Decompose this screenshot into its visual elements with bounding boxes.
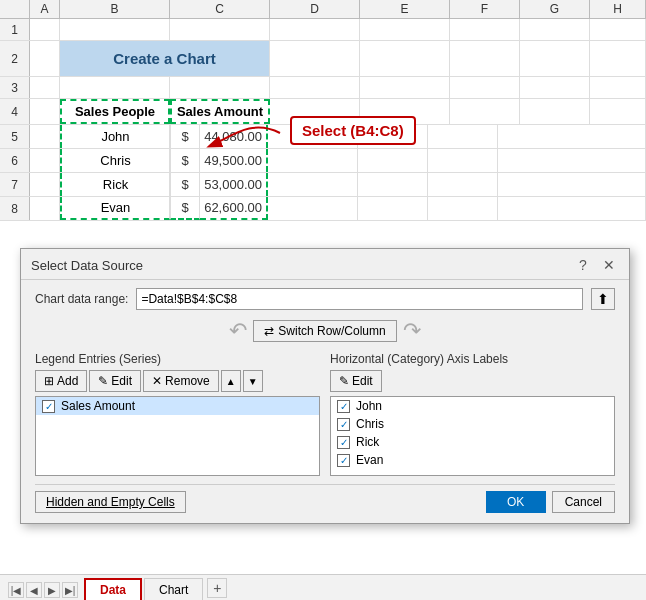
cell-6f bbox=[358, 149, 428, 172]
cell-8f bbox=[358, 197, 428, 220]
footer-left: Hidden and Empty Cells bbox=[35, 491, 186, 513]
cell-5c-dollar: $ bbox=[170, 125, 200, 148]
help-button[interactable]: ? bbox=[573, 255, 593, 275]
cell-6h bbox=[498, 149, 646, 172]
row-num-2: 2 bbox=[0, 41, 30, 76]
cell-4h bbox=[590, 99, 646, 124]
row-1: 1 bbox=[0, 19, 646, 41]
col-header-f: F bbox=[450, 0, 520, 18]
remove-icon: ✕ bbox=[152, 374, 162, 388]
axis-list: John Chris Rick Evan bbox=[330, 396, 615, 476]
cell-3g bbox=[520, 77, 590, 98]
cell-1h bbox=[590, 19, 646, 40]
row-8: 8 Evan $ 62,600.00 bbox=[0, 197, 646, 221]
close-button[interactable]: ✕ bbox=[599, 255, 619, 275]
select-annotation: Select (B4:C8) bbox=[290, 116, 416, 145]
cell-7c-amount: 53,000.00 bbox=[200, 173, 268, 196]
axis-checkbox-rick[interactable] bbox=[337, 436, 350, 449]
axis-item-evan-label: Evan bbox=[356, 453, 383, 467]
cell-1a bbox=[30, 19, 60, 40]
axis-item-john[interactable]: John bbox=[331, 397, 614, 415]
cell-1e bbox=[360, 19, 450, 40]
move-up-button[interactable]: ▲ bbox=[221, 370, 241, 392]
cell-2e bbox=[360, 41, 450, 76]
row-num-3: 3 bbox=[0, 77, 30, 98]
add-sheet-button[interactable]: + bbox=[207, 578, 227, 598]
tab-last-arrow[interactable]: ▶| bbox=[62, 582, 78, 598]
arrow-right-icon: ↷ bbox=[403, 318, 421, 344]
hidden-empty-cells-button[interactable]: Hidden and Empty Cells bbox=[35, 491, 186, 513]
legend-item-sales-amount[interactable]: Sales Amount bbox=[36, 397, 319, 415]
axis-checkbox-john[interactable] bbox=[337, 400, 350, 413]
edit-series-button[interactable]: ✎ Edit bbox=[89, 370, 141, 392]
cell-5b: John bbox=[60, 125, 170, 148]
legend-entries-section: Legend Entries (Series) ⊞ Add ✎ Edit ✕ R… bbox=[35, 352, 320, 476]
cell-8h bbox=[498, 197, 646, 220]
row-num-5: 5 bbox=[0, 125, 30, 148]
range-input[interactable] bbox=[136, 288, 583, 310]
cell-7h bbox=[498, 173, 646, 196]
edit-series-label: Edit bbox=[111, 374, 132, 388]
switch-label: Switch Row/Column bbox=[278, 324, 385, 338]
legend-list: Sales Amount bbox=[35, 396, 320, 476]
tab-chart[interactable]: Chart bbox=[144, 578, 203, 600]
axis-checkbox-evan[interactable] bbox=[337, 454, 350, 467]
switch-row-column-button[interactable]: ⇄ Switch Row/Column bbox=[253, 320, 396, 342]
cell-1g bbox=[520, 19, 590, 40]
range-collapse-button[interactable]: ⬆ bbox=[591, 288, 615, 310]
cell-4g bbox=[520, 99, 590, 124]
modal-dialog: Select Data Source ? ✕ Chart data range:… bbox=[20, 248, 630, 524]
add-button[interactable]: ⊞ Add bbox=[35, 370, 87, 392]
col-header-c: C bbox=[170, 0, 270, 18]
move-down-button[interactable]: ▼ bbox=[243, 370, 263, 392]
remove-button[interactable]: ✕ Remove bbox=[143, 370, 219, 392]
cell-2g bbox=[520, 41, 590, 76]
select-annotation-label: Select (B4:C8) bbox=[302, 122, 404, 139]
cell-2b-title: Create a Chart bbox=[60, 41, 270, 76]
tab-first-arrow[interactable]: |◀ bbox=[8, 582, 24, 598]
cell-4a bbox=[30, 99, 60, 124]
axis-item-rick[interactable]: Rick bbox=[331, 433, 614, 451]
axis-checkbox-chris[interactable] bbox=[337, 418, 350, 431]
edit-series-icon: ✎ bbox=[98, 374, 108, 388]
tab-data-label: Data bbox=[100, 583, 126, 597]
cell-8c-dollar: $ bbox=[170, 197, 200, 220]
cell-8e bbox=[268, 197, 358, 220]
cell-3a bbox=[30, 77, 60, 98]
cell-2d bbox=[270, 41, 360, 76]
ok-button[interactable]: OK bbox=[486, 491, 546, 513]
axis-item-chris[interactable]: Chris bbox=[331, 415, 614, 433]
spreadsheet: A B C D E F G H 1 2 Create a Chart 3 bbox=[0, 0, 646, 221]
collapse-icon: ⬆ bbox=[597, 291, 609, 307]
range-label: Chart data range: bbox=[35, 292, 128, 306]
cell-1b bbox=[60, 19, 170, 40]
switch-row: ↶ ⇄ Switch Row/Column ↷ bbox=[35, 318, 615, 344]
edit-axis-button[interactable]: ✎ Edit bbox=[330, 370, 382, 392]
cell-7g bbox=[428, 173, 498, 196]
col-header-e: E bbox=[360, 0, 450, 18]
cell-5a bbox=[30, 125, 60, 148]
axis-section-label: Horizontal (Category) Axis Labels bbox=[330, 352, 615, 366]
tab-nav-arrows: |◀ ◀ ▶ ▶| bbox=[8, 582, 78, 598]
tab-data[interactable]: Data bbox=[84, 578, 142, 600]
cell-5h bbox=[498, 125, 646, 148]
cancel-button[interactable]: Cancel bbox=[552, 491, 615, 513]
cell-5g bbox=[428, 125, 498, 148]
cell-1f bbox=[450, 19, 520, 40]
tab-next-arrow[interactable]: ▶ bbox=[44, 582, 60, 598]
col-header-h: H bbox=[590, 0, 646, 18]
tab-bar: |◀ ◀ ▶ ▶| Data Chart + bbox=[0, 574, 646, 600]
tab-prev-arrow[interactable]: ◀ bbox=[26, 582, 42, 598]
legend-checkbox-sales-amount[interactable] bbox=[42, 400, 55, 413]
col-header-d: D bbox=[270, 0, 360, 18]
axis-item-evan[interactable]: Evan bbox=[331, 451, 614, 469]
cell-3h bbox=[590, 77, 646, 98]
remove-label: Remove bbox=[165, 374, 210, 388]
modal-body: Chart data range: ⬆ ↶ ⇄ Switch Row/Colum… bbox=[21, 280, 629, 523]
row-num-7: 7 bbox=[0, 173, 30, 196]
add-label: Add bbox=[57, 374, 78, 388]
row-num-8: 8 bbox=[0, 197, 30, 220]
legend-section-label: Legend Entries (Series) bbox=[35, 352, 320, 366]
cell-8g bbox=[428, 197, 498, 220]
edit-axis-label: Edit bbox=[352, 374, 373, 388]
